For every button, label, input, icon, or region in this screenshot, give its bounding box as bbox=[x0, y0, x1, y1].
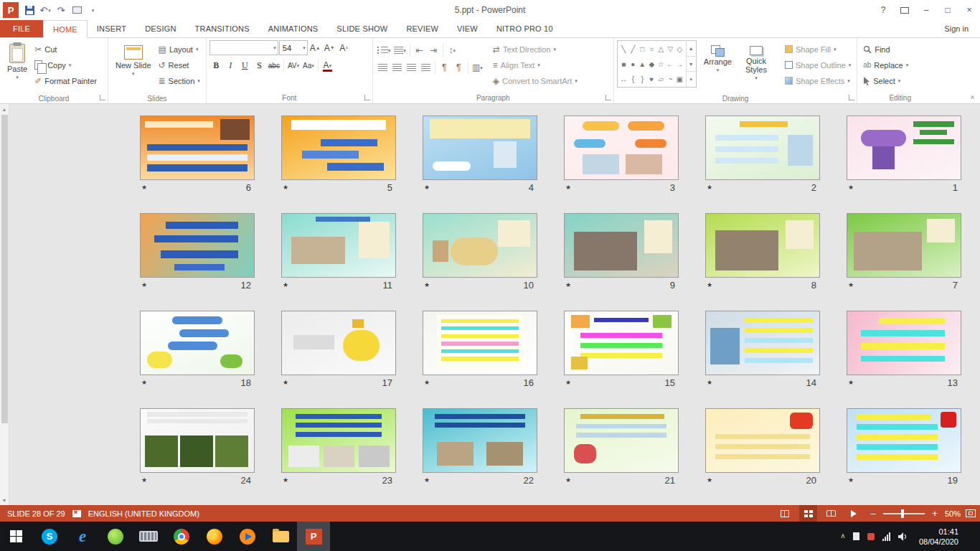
scrollbar-thumb[interactable] bbox=[1, 115, 8, 423]
font-size-combo[interactable]: ▾ bbox=[279, 40, 308, 55]
slide-thumbnail-4[interactable] bbox=[423, 116, 537, 180]
shape-icon[interactable]: ▲ bbox=[639, 60, 646, 68]
scroll-down-icon[interactable]: ▼ bbox=[0, 495, 9, 505]
cut-button[interactable]: ✂Cut bbox=[32, 42, 100, 57]
underline-button[interactable]: U bbox=[238, 58, 252, 72]
shape-icon[interactable]: } bbox=[641, 75, 644, 83]
font-name-combo[interactable]: ▾ bbox=[209, 40, 278, 55]
paste-button[interactable]: Paste ▾ bbox=[3, 40, 32, 92]
clipboard-dialog-launcher[interactable] bbox=[100, 95, 105, 100]
select-button[interactable]: Select▾ bbox=[860, 73, 911, 88]
help-button[interactable]: ? bbox=[872, 0, 894, 20]
columns-button[interactable]: ▥▾ bbox=[471, 60, 484, 75]
zoom-out-button[interactable]: – bbox=[868, 508, 878, 519]
new-slide-button[interactable]: New Slide ▾ bbox=[111, 40, 156, 92]
slide-thumbnail-7[interactable] bbox=[847, 213, 961, 278]
tab-transitions[interactable]: TRANSITIONS bbox=[186, 20, 259, 37]
decrease-indent-button[interactable]: ⇤ bbox=[413, 43, 426, 57]
taskbar-chrome-button[interactable] bbox=[165, 522, 198, 551]
tab-animations[interactable]: ANIMATIONS bbox=[259, 20, 328, 37]
shape-icon[interactable]: □ bbox=[640, 45, 644, 53]
slide-thumbnail-9[interactable] bbox=[564, 213, 679, 278]
shape-icon[interactable]: ╱ bbox=[631, 45, 635, 53]
font-name-input[interactable] bbox=[213, 44, 273, 52]
tab-home[interactable]: HOME bbox=[43, 20, 88, 38]
convert-to-smartart-button[interactable]: ◈Convert to SmartArt▾ bbox=[490, 73, 580, 88]
slide-thumbnail-17[interactable] bbox=[281, 311, 396, 375]
decrease-font-size-button[interactable]: A▼ bbox=[323, 41, 336, 55]
slide-thumbnail-10[interactable] bbox=[423, 213, 537, 278]
text-direction-button[interactable]: ⇄Text Direction▾ bbox=[490, 42, 580, 57]
shape-icon[interactable]: ◆ bbox=[649, 60, 654, 68]
strikethrough-button[interactable]: abc bbox=[267, 58, 281, 72]
normal-view-button[interactable] bbox=[776, 505, 794, 522]
shape-icon[interactable]: ◇ bbox=[677, 45, 682, 53]
zoom-in-button[interactable]: + bbox=[930, 508, 940, 519]
shape-effects-button[interactable]: Shape Effects▾ bbox=[782, 73, 854, 88]
align-right-button[interactable] bbox=[405, 60, 418, 75]
layout-button[interactable]: ▤Layout▾ bbox=[156, 42, 203, 57]
taskbar-clock[interactable]: 01:41 08/04/2020 bbox=[916, 527, 964, 547]
arrange-button[interactable]: Arrange ▾ bbox=[699, 40, 736, 92]
slide-thumbnail-16[interactable] bbox=[423, 311, 537, 375]
volume-icon[interactable] bbox=[898, 532, 908, 541]
left-to-right-button[interactable]: ¶ bbox=[438, 60, 451, 75]
taskbar-file-explorer-button[interactable] bbox=[264, 522, 297, 551]
vertical-scrollbar[interactable]: ▲ ▼ bbox=[0, 104, 9, 505]
start-button[interactable] bbox=[0, 522, 33, 551]
language-indicator[interactable]: ENGLISH (UNITED KINGDOM) bbox=[88, 509, 199, 518]
shapes-more-icon[interactable]: ▾ bbox=[687, 71, 696, 87]
increase-indent-button[interactable]: ⇥ bbox=[427, 43, 440, 57]
find-button[interactable]: Find bbox=[860, 42, 911, 57]
change-case-button[interactable]: Aa▾ bbox=[301, 58, 316, 72]
slide-show-button[interactable] bbox=[845, 505, 863, 522]
reading-view-button[interactable] bbox=[822, 505, 840, 522]
taskbar-media-player-button[interactable] bbox=[231, 522, 264, 551]
text-shadow-button[interactable]: S bbox=[253, 58, 266, 72]
save-button[interactable] bbox=[22, 2, 37, 18]
ribbon-display-options-button[interactable] bbox=[894, 0, 915, 20]
slide-thumbnail-18[interactable] bbox=[140, 311, 255, 375]
reset-button[interactable]: ↺Reset bbox=[156, 57, 203, 72]
align-left-button[interactable] bbox=[376, 60, 390, 75]
increase-font-size-button[interactable]: A▲ bbox=[308, 41, 322, 55]
clear-formatting-button[interactable]: A× bbox=[337, 41, 351, 55]
collapse-ribbon-button[interactable]: ˄ bbox=[971, 94, 974, 101]
right-to-left-button[interactable]: ¶ bbox=[452, 60, 466, 75]
slide-thumbnail-13[interactable] bbox=[847, 311, 961, 375]
drawing-dialog-launcher[interactable] bbox=[849, 95, 854, 100]
shape-icon[interactable]: ▱ bbox=[658, 75, 664, 83]
shape-icon[interactable]: ○ bbox=[649, 45, 654, 53]
taskbar-keyboard-button[interactable] bbox=[132, 522, 165, 551]
tab-file[interactable]: FILE bbox=[0, 20, 43, 37]
shape-icon[interactable]: → bbox=[676, 60, 683, 68]
close-button[interactable]: × bbox=[958, 0, 980, 20]
section-button[interactable]: ≣Section▾ bbox=[156, 73, 203, 88]
slide-thumbnail-12[interactable] bbox=[140, 213, 255, 278]
format-painter-button[interactable]: ✐Format Painter bbox=[32, 73, 100, 88]
slide-thumbnail-14[interactable] bbox=[705, 311, 820, 375]
justify-button[interactable] bbox=[419, 60, 433, 75]
spell-check-icon[interactable]: × bbox=[72, 510, 81, 517]
powerpoint-app-icon[interactable]: P bbox=[3, 2, 19, 18]
network-icon[interactable] bbox=[882, 532, 890, 541]
font-dialog-launcher[interactable] bbox=[364, 95, 370, 100]
taskbar-messenger-button[interactable]: S bbox=[33, 522, 66, 551]
slide-thumbnail-8[interactable] bbox=[705, 213, 820, 278]
shape-icon[interactable]: ■ bbox=[621, 60, 626, 68]
maximize-button[interactable]: □ bbox=[937, 0, 958, 20]
slide-thumbnail-3[interactable] bbox=[564, 116, 679, 180]
tray-app-icon[interactable] bbox=[867, 533, 875, 540]
tab-design[interactable]: DESIGN bbox=[136, 20, 185, 37]
line-spacing-button[interactable]: ↕▾ bbox=[446, 43, 459, 57]
redo-button[interactable]: ↷ bbox=[54, 2, 68, 18]
slide-thumbnail-1[interactable] bbox=[847, 116, 961, 180]
shape-icon[interactable]: { bbox=[632, 75, 634, 83]
slide-sorter-view-button[interactable] bbox=[799, 505, 817, 522]
slide-thumbnail-23[interactable] bbox=[281, 408, 396, 473]
shape-icon[interactable]: △ bbox=[658, 45, 664, 53]
taskbar-powerpoint-button[interactable]: P bbox=[297, 522, 330, 551]
slide-thumbnail-5[interactable] bbox=[281, 116, 396, 180]
shape-icon[interactable]: ● bbox=[631, 60, 635, 68]
slide-thumbnail-20[interactable] bbox=[705, 408, 820, 473]
